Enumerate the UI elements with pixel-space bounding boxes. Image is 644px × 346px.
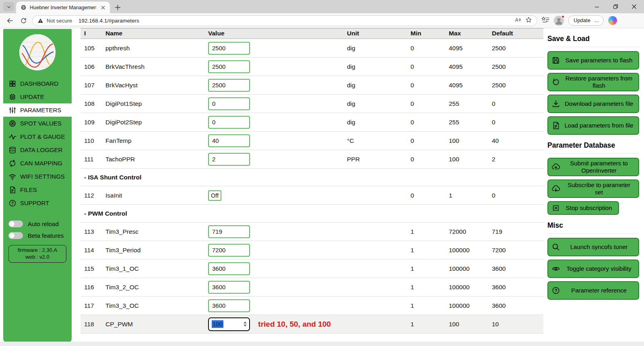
param-value-input[interactable]	[208, 281, 250, 294]
param-value-input[interactable]	[208, 244, 250, 257]
submit-parameters-button[interactable]: Submit parameters to OpenInverter	[547, 158, 639, 176]
toolbar-right: Update …	[541, 15, 617, 26]
tab-search-button[interactable]	[3, 2, 14, 11]
sidebar-item-plot-gauge[interactable]: PLOT & GAUGE	[3, 130, 72, 143]
restore-button[interactable]	[606, 0, 625, 13]
read-aloud-button[interactable]: A	[514, 16, 522, 25]
section-title-save-load: Save & Load	[547, 35, 639, 47]
param-default: 2	[492, 156, 543, 163]
read-aloud-icon: A	[514, 16, 522, 23]
param-default: 40	[492, 137, 543, 144]
param-min: 1	[411, 265, 449, 272]
sidebar-item-dashboard[interactable]: DASHBOARD	[3, 77, 72, 90]
param-max: 100000	[449, 302, 492, 309]
url-bar[interactable]: Not secure 192.168.4.1/#parameters A	[32, 15, 537, 26]
param-max: 72000	[449, 228, 492, 235]
param-id: 113	[84, 228, 105, 235]
param-value-input[interactable]	[208, 42, 250, 55]
sidebar-item-files[interactable]: FILES	[3, 183, 72, 196]
refresh-icon	[20, 17, 27, 24]
copilot-icon[interactable]	[608, 16, 617, 25]
tab-title: Huebner Inverter Management Co	[30, 5, 96, 10]
sidebar-item-can-mapping[interactable]: CAN MAPPING	[3, 157, 72, 170]
parameter-reference-button[interactable]: ? Parameter reference	[547, 281, 639, 300]
download-parameters-button[interactable]: Download parameters file	[547, 95, 639, 113]
update-label: Update	[574, 17, 590, 23]
param-value-input[interactable]	[208, 97, 250, 110]
param-name: Tim3_2_OC	[105, 284, 208, 291]
col-header-max: Max	[449, 30, 492, 37]
back-button[interactable]	[5, 16, 14, 25]
param-value-input[interactable]	[208, 60, 250, 73]
param-unit: dig	[347, 63, 411, 70]
launch-syncofs-tuner-button[interactable]: Launch syncofs tuner	[547, 238, 639, 256]
param-id: 107	[84, 82, 105, 89]
close-window-button[interactable]	[625, 0, 643, 13]
toggle-category-visibility-button[interactable]: Toggle category visibility	[547, 260, 639, 278]
param-value-input[interactable]	[208, 153, 250, 166]
param-name: ppthresh	[105, 45, 208, 52]
favorites-bar-button[interactable]	[541, 16, 549, 25]
file-icon	[551, 121, 560, 130]
right-panel: Save & Load Save parameters to flash Res…	[547, 28, 639, 303]
sidebar-item-spot-values[interactable]: SPOT VALUES	[3, 117, 72, 130]
question-circle-icon: ?	[551, 286, 560, 295]
table-row: 112 IsaInit Off 0 1 0	[80, 186, 543, 205]
param-default: 0	[492, 100, 543, 107]
param-value-input[interactable]	[208, 262, 250, 275]
sidebar-item-label: CAN MAPPING	[20, 160, 62, 167]
param-id: 106	[84, 63, 105, 70]
horizontal-scrollbar[interactable]	[0, 342, 644, 346]
cloud-upload-icon	[551, 163, 560, 171]
table-row: 107 BrkVacHyst dig 0 4095 2500	[80, 76, 543, 95]
update-button[interactable]: Update …	[568, 15, 604, 26]
param-unit: dig	[347, 119, 411, 126]
param-value-input[interactable]	[208, 116, 250, 129]
sidebar-item-label: WIFI SETTINGS	[20, 173, 65, 180]
svg-text:?: ?	[11, 200, 14, 205]
param-id: 105	[84, 45, 105, 52]
param-value-input-focused[interactable]: 100	[208, 317, 250, 331]
favorite-button[interactable]	[525, 16, 532, 25]
new-tab-button[interactable]	[114, 3, 122, 11]
profile-avatar[interactable]	[554, 16, 564, 26]
subscribe-parameters-button[interactable]: Subscribe to parameter set	[547, 179, 639, 198]
more-options-dots[interactable]: …	[594, 17, 599, 23]
param-id: 114	[84, 247, 105, 254]
param-id: 109	[84, 119, 105, 126]
sidebar-item-parameters[interactable]: PARAMETERS	[3, 103, 72, 117]
param-name: Tim3_Presc	[105, 228, 208, 235]
param-value-input[interactable]	[208, 79, 250, 92]
restore-parameters-button[interactable]: Restore parameters from flash	[547, 73, 639, 91]
param-value-input[interactable]	[208, 134, 250, 147]
load-parameters-button[interactable]: Load parameters from file	[547, 116, 639, 135]
save-parameters-button[interactable]: Save parameters to flash	[547, 51, 639, 70]
sidebar-item-data-logger[interactable]: DATA LOGGER	[3, 143, 72, 157]
web-version: web : v2.0	[10, 254, 65, 261]
sidebar-item-update[interactable]: UPDATE	[3, 90, 72, 103]
param-value-select[interactable]: Off	[208, 190, 221, 201]
param-value-input[interactable]	[208, 225, 250, 238]
browser-tab[interactable]: Huebner Inverter Management Co	[16, 2, 110, 13]
auto-reload-toggle[interactable]	[8, 220, 23, 227]
param-default: 3600	[492, 284, 543, 291]
param-value-input[interactable]	[208, 299, 250, 312]
refresh-button[interactable]	[19, 16, 28, 25]
number-spinner[interactable]	[244, 321, 247, 327]
sidebar-item-wifi-settings[interactable]: WIFI SETTINGS	[3, 170, 72, 183]
tab-close-button[interactable]	[99, 4, 107, 11]
minimize-button[interactable]	[588, 0, 606, 13]
close-icon	[632, 4, 637, 9]
param-name: DigiPot1Step	[105, 100, 208, 107]
param-name: FanTemp	[105, 137, 208, 144]
param-default: 2500	[492, 82, 543, 89]
button-label: Toggle category visibility	[563, 265, 635, 272]
beta-features-toggle[interactable]	[8, 232, 23, 239]
stop-subscription-button[interactable]: Stop subscription	[547, 201, 619, 215]
table-header: I Name Value Unit Min Max Default	[80, 28, 543, 39]
param-name: TachoPPR	[105, 156, 208, 163]
chip-icon	[8, 93, 17, 101]
sidebar-item-label: UPDATE	[20, 93, 44, 100]
param-id: 118	[84, 321, 105, 328]
sidebar-item-support[interactable]: ? SUPPORT	[3, 196, 72, 210]
